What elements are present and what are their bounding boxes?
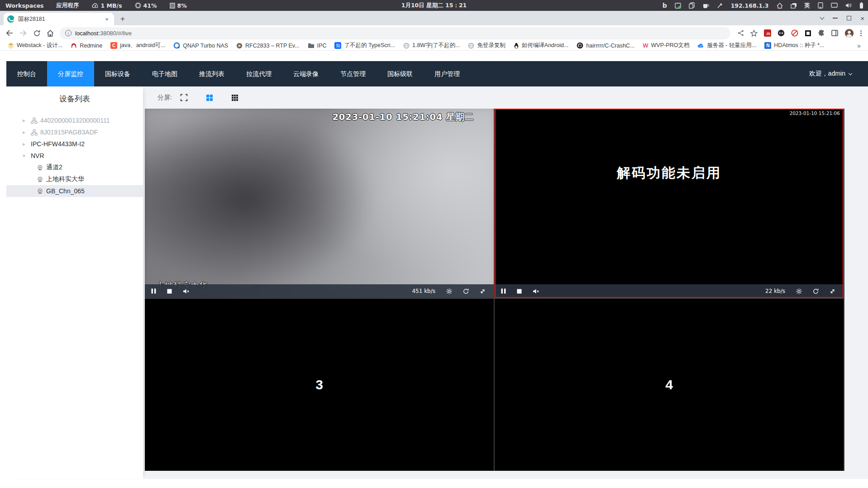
clipboard-tray-icon[interactable] — [689, 2, 695, 9]
bookmark-copy-free[interactable]: 免登录复制 — [465, 41, 509, 50]
bookmark-cloud-server[interactable]: 服务器 - 轻量应用... — [694, 41, 759, 50]
bookmark-article-1[interactable]: 1.8W字|了不起的... — [400, 41, 463, 50]
tree-node-device[interactable]: ▸ IPC-HFW4433M-I2 — [6, 138, 143, 150]
profile-avatar[interactable] — [844, 29, 854, 38]
input-method-indicator[interactable]: 英 — [805, 2, 811, 10]
volume-tray-icon[interactable] — [845, 3, 852, 8]
site-info-icon[interactable]: i — [65, 30, 72, 36]
nav-user-manage[interactable]: 用户管理 — [424, 61, 471, 86]
battery-tray-icon[interactable] — [859, 2, 863, 9]
pause-icon[interactable] — [501, 288, 506, 294]
bookmark-zhihu-typescript[interactable]: 知 了不起的 TypeScri... — [331, 41, 398, 50]
bookmark-label: 如何编译Android... — [522, 42, 569, 49]
user-menu[interactable]: 欢迎，admin — [809, 70, 852, 78]
screenshot-tray-icon[interactable] — [675, 3, 681, 9]
fullscreen-icon[interactable] — [180, 94, 188, 101]
clock[interactable]: 1月10日 星期二 15：21 — [401, 2, 467, 10]
settings-gear-icon[interactable] — [796, 288, 802, 294]
window-maximize-button[interactable] — [847, 16, 851, 20]
nav-split-screen-monitor[interactable]: 分屏监控 — [47, 61, 94, 86]
home-button[interactable] — [44, 27, 56, 39]
caret-right-icon[interactable]: ▸ — [23, 129, 28, 135]
workspaces-button[interactable]: Workspaces — [5, 2, 44, 9]
github-icon — [577, 42, 583, 49]
grid-2x2-icon[interactable] — [206, 94, 213, 101]
extension-square-icon[interactable] — [805, 30, 811, 37]
volume-muted-icon[interactable] — [183, 288, 190, 294]
bookmark-hdatmos[interactable]: N HDAtmos :: 种子 *... — [761, 41, 827, 50]
share-icon[interactable] — [738, 30, 744, 36]
nav-gb-devices[interactable]: 国标设备 — [94, 61, 141, 86]
video-player-2[interactable]: 2023-01-10 15:21:06 解码功能未启用 22 kb/s — [495, 109, 844, 298]
volume-muted-icon[interactable] — [533, 288, 539, 294]
video-player-4[interactable]: 4 — [495, 299, 844, 471]
tree-node-device-expanded[interactable]: ▾ NVR — [6, 150, 143, 162]
extension-js-icon[interactable]: JS — [764, 29, 771, 37]
refresh-icon[interactable] — [463, 288, 469, 294]
forward-button[interactable] — [17, 27, 29, 39]
video-player-3[interactable]: 3 — [145, 299, 494, 471]
bookmark-wvp-doc[interactable]: W WVP-PRO文档 — [639, 41, 692, 50]
home-tray-icon[interactable] — [777, 3, 783, 9]
caret-right-icon[interactable]: ▸ — [23, 141, 28, 147]
reload-button[interactable] — [31, 27, 43, 39]
caret-down-icon[interactable]: ▾ — [23, 153, 28, 159]
web-page: 控制台 分屏监控 国标设备 电子地图 推流列表 拉流代理 云端录像 节点管理 国… — [0, 51, 868, 488]
tab-search-chevron-icon[interactable] — [820, 15, 825, 20]
video-player-1[interactable]: 2023-01-10 15:21:04 星期二 上地科实大华 451 kb/s — [145, 109, 494, 298]
windows-stack-tray-icon[interactable] — [791, 3, 797, 9]
back-button[interactable] — [4, 27, 15, 39]
extensions-puzzle-icon[interactable] — [818, 29, 825, 37]
settings-gear-icon[interactable] — [446, 288, 452, 294]
tree-node-platform[interactable]: ▸ 44020000013200000111 — [6, 115, 143, 126]
phone-link-tray-icon[interactable] — [818, 2, 823, 9]
expand-icon[interactable] — [830, 288, 835, 294]
stop-icon[interactable] — [517, 289, 522, 294]
tab-close-button[interactable]: × — [103, 15, 110, 23]
tree-node-channel[interactable]: 通道2 — [6, 162, 143, 173]
bookmark-ipc-folder[interactable]: IPC — [305, 42, 330, 49]
extension-mask-icon[interactable] — [777, 29, 785, 37]
side-panel-icon[interactable] — [831, 30, 838, 36]
pause-icon[interactable] — [151, 288, 156, 294]
bookmark-redmine[interactable]: Redmine — [67, 42, 105, 49]
new-tab-button[interactable]: + — [117, 13, 129, 25]
nav-push-list[interactable]: 推流列表 — [188, 61, 235, 86]
window-minimize-button[interactable] — [833, 18, 838, 19]
chevron-down-icon — [849, 71, 852, 75]
display-tray-icon[interactable] — [831, 3, 838, 8]
ip-address-indicator[interactable]: 192.168.1.3 — [731, 2, 769, 9]
screwdriver-tray-icon[interactable] — [717, 2, 723, 9]
bookmark-csdn[interactable]: C java、android可... — [107, 41, 168, 50]
extension-blocker-icon[interactable] — [791, 29, 798, 37]
bookmark-android-build[interactable]: 如何编译Android... — [510, 41, 572, 50]
caret-right-icon[interactable]: ▸ — [23, 117, 28, 124]
bing-tray-icon[interactable]: b — [663, 2, 667, 9]
applications-menu[interactable]: 应用程序 — [57, 2, 79, 10]
osd-timestamp: 2023-01-10 15:21:06 — [789, 110, 840, 116]
bookmark-webstack[interactable]: Webstack - 设计... — [5, 41, 66, 50]
coffee-tray-icon[interactable] — [702, 3, 709, 9]
refresh-icon[interactable] — [813, 288, 819, 294]
nav-e-map[interactable]: 电子地图 — [141, 61, 188, 86]
bookmark-qnap[interactable]: QNAP Turbo NAS — [170, 42, 231, 49]
nav-node-manage[interactable]: 节点管理 — [329, 61, 377, 86]
bookmark-star-icon[interactable] — [750, 30, 758, 37]
tree-node-platform[interactable]: ▸ 8J01915PAGB3ADF — [6, 126, 143, 138]
browser-menu-icon[interactable] — [860, 30, 862, 36]
browser-tab[interactable]: 国标28181 × — [4, 13, 114, 25]
bookmarks-overflow-button[interactable]: » — [857, 42, 863, 49]
nav-pull-proxy[interactable]: 拉流代理 — [235, 61, 282, 86]
nav-cloud-record[interactable]: 云端录像 — [282, 61, 329, 86]
nav-gb-cascade[interactable]: 国标级联 — [377, 61, 424, 86]
grid-3x3-icon[interactable] — [231, 94, 238, 101]
address-bar[interactable]: i localhost:38080/#/live — [60, 27, 730, 39]
tree-node-channel[interactable]: 上地科实大华 — [6, 173, 143, 185]
expand-icon[interactable] — [480, 288, 486, 294]
tree-node-channel-selected[interactable]: GB_Chn_065 — [6, 185, 143, 197]
window-close-button[interactable]: × — [860, 15, 864, 22]
nav-console[interactable]: 控制台 — [6, 61, 47, 86]
bookmark-github[interactable]: hairrrrr/C-CrashC... — [573, 42, 638, 49]
bookmark-rfc2833[interactable]: RFC2833 – RTP Ev... — [233, 42, 303, 49]
stop-icon[interactable] — [167, 289, 172, 294]
